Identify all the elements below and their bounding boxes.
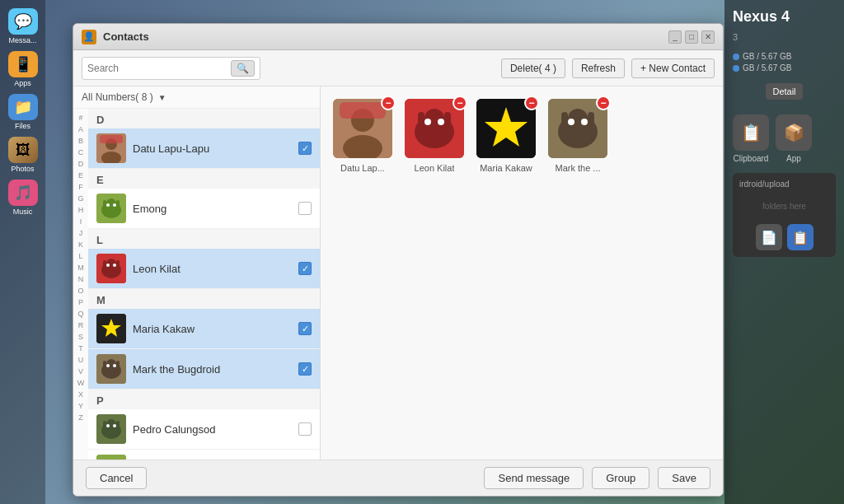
selected-card-maria[interactable]: − Maria Kakaw	[476, 99, 536, 173]
alpha-l[interactable]: L	[78, 250, 82, 262]
contact-list-panel: All Numbers( 8 ) ▼ # A B C D E F G H	[73, 86, 321, 460]
alpha-m[interactable]: M	[77, 262, 84, 273]
alpha-z[interactable]: Z	[78, 412, 83, 423]
dock-item-apps[interactable]: 📱 Apps	[5, 51, 41, 87]
selected-card-leon[interactable]: − Leon Kilat	[405, 99, 464, 173]
svg-rect-3	[100, 135, 123, 143]
checkbox-mark[interactable]	[298, 362, 312, 376]
alpha-b[interactable]: B	[78, 135, 83, 147]
checkbox-datu[interactable]	[298, 142, 312, 155]
save-button[interactable]: Save	[658, 467, 710, 489]
selected-avatar-container-leon: −	[405, 99, 464, 158]
alpha-k[interactable]: K	[78, 239, 83, 250]
alpha-i[interactable]: I	[80, 216, 82, 227]
window-controls: _ □ ✕	[668, 30, 715, 44]
contact-item-datu[interactable]: Datu Lapu-Lapu	[88, 128, 320, 169]
svg-point-22	[106, 359, 116, 369]
contact-item-mrpopo[interactable]: Mr. Popo	[88, 450, 320, 460]
remove-badge-leon[interactable]: −	[452, 96, 467, 110]
dock-item-music[interactable]: 🎵 Music	[5, 180, 41, 216]
send-message-button[interactable]: Send message	[484, 467, 584, 489]
clipboard-label: Clipboard	[734, 154, 769, 163]
app-item[interactable]: 📦 App	[776, 114, 812, 163]
svg-rect-31	[116, 421, 120, 427]
remove-badge-mark[interactable]: −	[596, 96, 611, 110]
group-header-m: M	[88, 289, 320, 309]
alpha-s[interactable]: S	[78, 331, 83, 343]
alpha-e[interactable]: E	[78, 170, 83, 181]
alpha-h[interactable]: H	[78, 204, 84, 216]
maximize-button[interactable]: □	[685, 30, 698, 44]
storage-info: GB / 5.67 GB GB / 5.67 GB	[733, 52, 836, 75]
alpha-t[interactable]: T	[78, 343, 83, 354]
refresh-button[interactable]: Refresh	[572, 58, 625, 78]
dock-item-files[interactable]: 📁 Files	[5, 94, 41, 130]
contacts-window: 👤 Contacts _ □ ✕ 🔍 Delete( 4 ) Refresh +…	[73, 23, 724, 497]
alpha-g[interactable]: G	[77, 193, 83, 204]
svg-point-45	[424, 109, 444, 128]
svg-point-25	[106, 364, 110, 367]
contacts-toolbar: 🔍 Delete( 4 ) Refresh + New Contact	[73, 50, 723, 86]
svg-point-57	[568, 119, 574, 125]
alpha-v[interactable]: V	[78, 366, 83, 377]
alpha-n[interactable]: N	[78, 273, 84, 285]
checkbox-pedro[interactable]	[298, 422, 312, 436]
file-section: irdroid/upload folders here 📄 📋	[733, 173, 836, 257]
search-input[interactable]	[87, 63, 227, 74]
selected-avatar-container-maria: −	[476, 99, 536, 158]
checkbox-leon[interactable]	[298, 262, 312, 275]
remove-badge-maria[interactable]: −	[524, 96, 539, 110]
close-button[interactable]: ✕	[701, 30, 715, 44]
new-contact-button[interactable]: + New Contact	[631, 58, 715, 78]
avatar-maria	[96, 314, 126, 343]
file-upload-icon[interactable]: 📄	[756, 224, 782, 250]
contact-filter[interactable]: All Numbers( 8 ) ▼	[73, 86, 320, 109]
contact-item-emong[interactable]: Emong	[88, 189, 320, 229]
minimize-button[interactable]: _	[668, 30, 682, 44]
file-doc-icon[interactable]: 📋	[787, 224, 814, 250]
contact-item-pedro[interactable]: Pedro Calungsod	[88, 409, 320, 450]
group-button[interactable]: Group	[592, 467, 649, 489]
contact-item-maria[interactable]: Maria Kakaw	[88, 309, 320, 349]
contact-item-mark[interactable]: Mark the Bugdroid	[88, 349, 320, 390]
checkbox-maria[interactable]	[298, 322, 312, 335]
alpha-a[interactable]: A	[78, 124, 83, 135]
photos-icon: 🖼	[8, 137, 38, 163]
alpha-o[interactable]: O	[77, 285, 83, 296]
avatar-emong	[96, 194, 126, 223]
alpha-r[interactable]: R	[78, 320, 84, 331]
alpha-u[interactable]: U	[78, 354, 84, 366]
alpha-hash[interactable]: #	[78, 112, 82, 124]
dock-item-photos[interactable]: 🖼 Photos	[5, 137, 41, 173]
selected-avatar-container-datu: −	[333, 99, 392, 158]
storage-label-1: GB / 5.67 GB	[743, 52, 791, 61]
search-button[interactable]: 🔍	[231, 60, 255, 77]
apps-icon: 📱	[8, 51, 38, 77]
alpha-p[interactable]: P	[78, 296, 83, 308]
dock-item-messages[interactable]: 💬 Messa...	[5, 8, 41, 44]
alpha-y[interactable]: Y	[78, 400, 83, 412]
alpha-d[interactable]: D	[78, 158, 84, 170]
alpha-f[interactable]: F	[78, 181, 83, 193]
dock-label-music: Music	[13, 208, 33, 216]
alpha-c[interactable]: C	[78, 147, 84, 158]
detail-button[interactable]: Detail	[766, 83, 802, 100]
clipboard-item[interactable]: 📋 Clipboard	[733, 114, 769, 163]
alpha-x[interactable]: X	[78, 389, 83, 400]
cancel-button[interactable]: Cancel	[86, 467, 147, 489]
dock-label-photos: Photos	[11, 165, 34, 173]
alpha-w[interactable]: W	[77, 377, 85, 389]
remove-badge-datu[interactable]: −	[381, 96, 396, 110]
contact-item-leon[interactable]: Leon Kilat	[88, 249, 320, 289]
selected-card-mark[interactable]: − Mark the ...	[548, 99, 607, 173]
alpha-q[interactable]: Q	[77, 308, 83, 320]
selected-card-datu[interactable]: − Datu Lap...	[333, 99, 392, 173]
title-bar: 👤 Contacts _ □ ✕	[73, 24, 723, 50]
avatar-leon	[96, 254, 126, 283]
alpha-j[interactable]: J	[79, 227, 83, 239]
svg-rect-14	[103, 260, 106, 267]
svg-point-32	[106, 424, 110, 427]
checkbox-emong[interactable]	[298, 202, 312, 215]
delete-button[interactable]: Delete( 4 )	[501, 58, 565, 78]
avatar-datu	[96, 133, 126, 163]
